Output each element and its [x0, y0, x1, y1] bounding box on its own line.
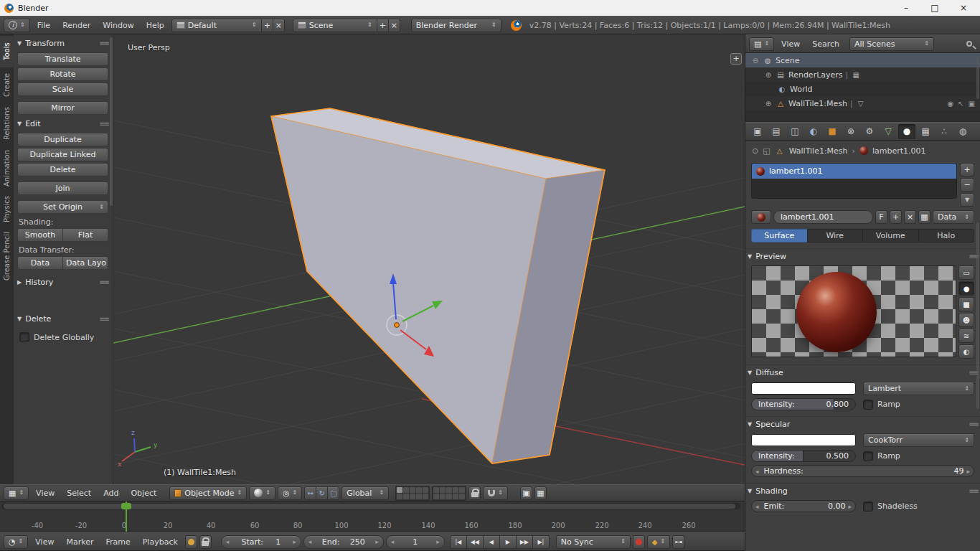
- panel-header-redo-delete[interactable]: ▼ Delete ≡≡: [15, 311, 110, 326]
- tab-data[interactable]: ▽: [880, 124, 897, 139]
- render-engine-dropdown[interactable]: Blender Render ⇕: [411, 19, 501, 32]
- new-material-button[interactable]: +: [890, 210, 902, 224]
- outliner-menu-view[interactable]: View: [776, 37, 805, 51]
- outliner-scope-dropdown[interactable]: All Scenes ⇕: [849, 37, 934, 51]
- record-button[interactable]: [633, 535, 645, 549]
- manipulator-translate-button[interactable]: ↔: [304, 486, 316, 500]
- rotate-button[interactable]: Rotate: [17, 67, 108, 81]
- tab-render[interactable]: ▣: [749, 124, 766, 139]
- add-scene-button[interactable]: +: [377, 19, 389, 32]
- jump-to-start-button[interactable]: |◀: [450, 535, 467, 549]
- tab-modifiers[interactable]: ⚙: [861, 124, 878, 139]
- frame-end-field[interactable]: ◂ End: 250 ▸: [303, 535, 384, 549]
- preview-world-button[interactable]: ◐: [958, 344, 974, 359]
- diffuse-ramp-checkbox[interactable]: [863, 400, 873, 410]
- expander-icon[interactable]: ⊖: [751, 57, 760, 65]
- jump-to-end-button[interactable]: ▶|: [532, 535, 550, 549]
- current-frame-knob[interactable]: [121, 503, 131, 509]
- viewport-shading-dropdown[interactable]: ⇕: [249, 486, 275, 500]
- diffuse-intensity-slider[interactable]: Intensity: 0.800: [751, 398, 856, 410]
- unlink-material-button[interactable]: ×: [904, 210, 916, 224]
- delete-globally-checkbox[interactable]: [19, 332, 29, 342]
- editor-type-button-timeline[interactable]: ◔ ⇕: [4, 535, 28, 549]
- tree-row-walltile-mesh[interactable]: ⊕ △ WallTile1:Mesh | ▽ ◉ ↖ ▣: [745, 96, 980, 110]
- render-toggle-camera-icon[interactable]: ▣: [969, 100, 975, 108]
- remove-material-slot-button[interactable]: −: [960, 178, 974, 192]
- join-button[interactable]: Join: [17, 182, 108, 195]
- expander-icon[interactable]: ⊕: [764, 100, 773, 108]
- next-keyframe-button[interactable]: ▶▶: [516, 535, 533, 549]
- tab-physics[interactable]: ◍: [954, 124, 971, 139]
- viewport-menu-add[interactable]: Add: [98, 486, 123, 500]
- add-material-slot-button[interactable]: +: [960, 163, 974, 176]
- data-transfer-data-button[interactable]: Data: [17, 256, 63, 270]
- layers-group-1[interactable]: [395, 486, 430, 501]
- menu-render[interactable]: Render: [57, 19, 95, 32]
- lock-time-button[interactable]: [199, 535, 212, 549]
- panel-header-transform[interactable]: ▼ Transform ≡≡: [15, 36, 110, 51]
- insert-keyframe-button[interactable]: ⊶: [672, 535, 684, 549]
- material-name-field[interactable]: [773, 210, 873, 224]
- outliner-menu-search[interactable]: Search: [807, 37, 844, 51]
- add-screen-button[interactable]: +: [261, 19, 273, 32]
- tool-shelf-scrollbar[interactable]: [110, 37, 113, 206]
- viewport-canvas[interactable]: x y z: [113, 34, 745, 484]
- preview-hair-button[interactable]: ≋: [958, 329, 974, 343]
- specular-intensity-slider[interactable]: Intensity: 0.500: [751, 450, 856, 462]
- tab-texture[interactable]: ▦: [917, 124, 934, 139]
- shelf-tab-tools[interactable]: Tools: [0, 36, 14, 67]
- panel-header-specular[interactable]: ▼ Specular ≡≡: [745, 417, 980, 432]
- editor-type-button-outliner[interactable]: ▤ ⇕: [749, 37, 774, 51]
- menu-help[interactable]: Help: [141, 19, 169, 32]
- shade-smooth-button[interactable]: Smooth: [17, 228, 63, 242]
- tab-constraints[interactable]: ⊗: [842, 124, 859, 139]
- preview-range-button[interactable]: [185, 535, 197, 549]
- lock-to-scene-button[interactable]: [468, 486, 481, 500]
- duplicate-button[interactable]: Duplicate: [17, 133, 108, 146]
- duplicate-linked-button[interactable]: Duplicate Linked: [17, 148, 108, 161]
- opengl-render-still-button[interactable]: ▣: [520, 486, 532, 500]
- shelf-tab-create[interactable]: Create: [0, 68, 14, 101]
- outliner-scrollbar[interactable]: [976, 56, 979, 99]
- tab-object[interactable]: ■: [824, 124, 841, 139]
- frame-start-field[interactable]: ◂ Start: 1 ▸: [221, 535, 301, 549]
- shadeless-checkbox[interactable]: [863, 501, 873, 512]
- material-crumb-label[interactable]: lambert1.001: [872, 146, 926, 156]
- viewport-menu-select[interactable]: Select: [62, 486, 96, 500]
- snap-dropdown[interactable]: ⇕: [483, 486, 508, 500]
- preview-flat-button[interactable]: ▭: [958, 265, 974, 280]
- menu-file[interactable]: File: [32, 19, 55, 32]
- viewport-menu-view[interactable]: View: [31, 486, 60, 500]
- minimize-button[interactable]: –: [894, 3, 918, 13]
- close-button[interactable]: ×: [951, 3, 976, 13]
- shelf-tab-grease-pencil[interactable]: Grease Pencil: [0, 227, 14, 285]
- play-button[interactable]: ▶: [499, 535, 517, 549]
- tree-row-renderlayers[interactable]: ⊕ ▤ RenderLayers | ▦: [745, 67, 980, 82]
- tab-scene[interactable]: ◫: [786, 124, 804, 139]
- delete-scene-button[interactable]: ×: [388, 19, 400, 32]
- shelf-tab-relations[interactable]: Relations: [0, 102, 14, 145]
- panel-header-preview[interactable]: ▼ Preview ≡≡: [745, 249, 980, 264]
- type-tab-surface[interactable]: Surface: [751, 229, 808, 242]
- mode-dropdown[interactable]: Object Mode ⇕: [169, 486, 247, 500]
- material-slot-list[interactable]: lambert1.001: [751, 163, 957, 199]
- timeline-menu-playback[interactable]: Playback: [138, 535, 183, 549]
- manipulator-rotate-button[interactable]: ↻: [316, 486, 328, 500]
- translate-button[interactable]: Translate: [17, 52, 108, 66]
- tab-particles[interactable]: ∴: [936, 124, 953, 139]
- delete-button[interactable]: Delete: [17, 163, 108, 176]
- hardness-field[interactable]: ◂ Hardness: 49 ▸: [751, 465, 974, 477]
- specular-shader-dropdown[interactable]: CookTorr ⇕: [863, 433, 974, 447]
- type-tab-wire[interactable]: Wire: [807, 229, 864, 242]
- viewport-menu-object[interactable]: Object: [126, 486, 161, 500]
- region-expand-button[interactable]: +: [730, 53, 742, 65]
- pivot-dropdown[interactable]: ◎ ⇕: [278, 486, 302, 500]
- editor-type-button-3d[interactable]: ▦ ⇕: [4, 486, 29, 500]
- diffuse-shader-dropdown[interactable]: Lambert ⇕: [863, 382, 974, 395]
- material-slot-item-selected[interactable]: lambert1.001: [752, 164, 956, 179]
- type-tab-volume[interactable]: Volume: [862, 229, 919, 242]
- tab-world[interactable]: ◐: [805, 124, 822, 139]
- specular-ramp-checkbox[interactable]: [863, 451, 873, 461]
- panel-header-history[interactable]: ▶ History ≡≡: [15, 275, 110, 290]
- material-specials-button[interactable]: ▼: [960, 193, 974, 207]
